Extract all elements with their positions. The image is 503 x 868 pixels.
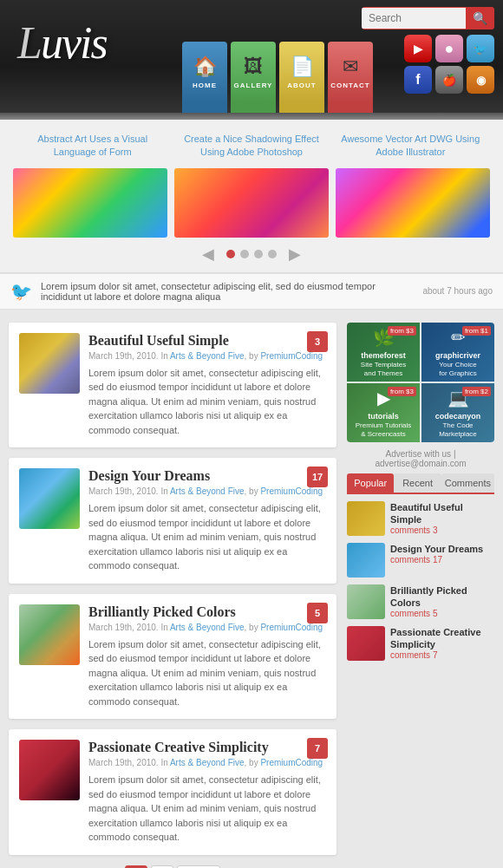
post-author-3[interactable]: PremiumCoding xyxy=(260,623,323,632)
sidebar-post-comments-1: comments 3 xyxy=(390,525,494,535)
slide-title-1[interactable]: Abstract Art Uses a Visual Language of F… xyxy=(19,133,167,160)
sidebar-post-title-3[interactable]: Brilliantly Picked Colors xyxy=(390,584,494,610)
nav-gallery[interactable]: 🖼 GALLERY xyxy=(231,42,276,113)
sidebar-tab-comments[interactable]: Comments xyxy=(441,473,494,493)
post-thumb-3[interactable] xyxy=(19,604,80,665)
post-title-1[interactable]: Beautiful Useful Simple xyxy=(88,333,326,349)
sidebar-post-title-1[interactable]: Beautiful Useful Simple xyxy=(390,501,494,526)
sidebar-post-comments-3: comments 5 xyxy=(390,609,494,618)
ad-codecanyon[interactable]: from $2 💻 codecanyonThe CodeMarketplace xyxy=(421,383,494,442)
sidebar-post-title-4[interactable]: Passionate Creative Simplicity xyxy=(390,626,494,651)
ad-codecanyon-price: from $2 xyxy=(462,387,491,396)
slider-prev-arrow[interactable]: ◀ xyxy=(195,245,221,264)
post-excerpt-1: Lorem ipsum dolor sit amet, consectetur … xyxy=(88,366,326,438)
logo: Luvis xyxy=(17,17,107,69)
nav-home-label: HOME xyxy=(193,82,217,89)
post-author-4[interactable]: PremiumCoding xyxy=(260,758,323,767)
sidebar-post-2: Design Your Dreams comments 17 xyxy=(347,543,494,578)
slider-dot-1[interactable] xyxy=(226,250,235,258)
sidebar: from $3 🌿 themeforestSite Templatesand T… xyxy=(347,323,494,868)
search-button[interactable]: 🔍 xyxy=(466,7,494,29)
gallery-icon: 🖼 xyxy=(244,55,263,78)
sidebar-tab-recent[interactable]: Recent xyxy=(394,473,441,493)
slider-section: Abstract Art Uses a Visual Language of F… xyxy=(0,120,503,273)
post-category-1[interactable]: Arts & Beyond Five xyxy=(170,351,245,361)
sidebar-thumb-3[interactable] xyxy=(347,584,385,619)
nav-about-label: ABOUT xyxy=(287,82,316,89)
post-thumb-2[interactable] xyxy=(19,468,80,529)
post-comments-2[interactable]: 17 xyxy=(307,467,328,487)
nav-home[interactable]: 🏠 HOME xyxy=(182,42,227,113)
header-bottom xyxy=(0,113,503,120)
post-author-1[interactable]: PremiumCoding xyxy=(260,351,323,361)
search-input[interactable] xyxy=(362,8,466,29)
post-content-4: Passionate Creative Simplicity March 19t… xyxy=(88,740,326,845)
social-icons: ▶ ● 🐦 f 🍎 ◉ xyxy=(399,35,494,94)
ad-graphicriver[interactable]: from $1 ✏ graphicriverYour Choicefor Gra… xyxy=(421,323,494,382)
post-title-4[interactable]: Passionate Creative Simplicity xyxy=(88,740,326,755)
flickr-icon[interactable]: ● xyxy=(435,35,463,62)
post-meta-1: March 19th, 2010. In Arts & Beyond Five,… xyxy=(88,351,326,361)
slide-image-1[interactable] xyxy=(13,168,167,238)
sidebar-post-4: Passionate Creative Simplicity comments … xyxy=(347,626,494,661)
post-author-2[interactable]: PremiumCoding xyxy=(260,486,323,496)
post-content-1: Beautiful Useful Simple March 19th, 2010… xyxy=(88,333,326,438)
post-title-2[interactable]: Design Your Dreams xyxy=(88,468,326,484)
twitter-bar-time: about 7 hours ago xyxy=(422,286,493,296)
home-icon: 🏠 xyxy=(193,55,217,78)
slider-dot-4[interactable] xyxy=(268,250,277,258)
slide-title-3[interactable]: Awesome Vector Art DWG Using Adobe Illus… xyxy=(336,133,484,160)
post-thumb-4[interactable] xyxy=(19,740,80,800)
sidebar-post-title-2[interactable]: Design Your Dreams xyxy=(390,543,483,555)
slide-title-2[interactable]: Create a Nice Shadowing Effect Using Ado… xyxy=(178,133,325,160)
apple-icon[interactable]: 🍎 xyxy=(435,66,463,94)
sidebar-post-1: Beautiful Useful Simple comments 3 xyxy=(347,501,494,536)
facebook-icon[interactable]: f xyxy=(404,66,432,94)
post-card-4: Passionate Creative Simplicity March 19t… xyxy=(9,729,336,855)
sidebar-thumb-2[interactable] xyxy=(347,543,385,578)
contact-icon: ✉ xyxy=(343,55,358,78)
ad-themeforest[interactable]: from $3 🌿 themeforestSite Templatesand T… xyxy=(347,323,420,382)
post-title-3[interactable]: Brilliantly Picked Colors xyxy=(88,604,326,620)
post-category-3[interactable]: Arts & Beyond Five xyxy=(170,623,245,632)
post-comments-1[interactable]: 3 xyxy=(307,331,328,352)
sidebar-thumb-4[interactable] xyxy=(347,626,385,661)
slider-nav: ◀ ▶ xyxy=(13,245,490,264)
nav: 🏠 HOME 🖼 GALLERY 📄 ABOUT ✉ CONTACT xyxy=(182,42,373,113)
twitter-social-icon[interactable]: 🐦 xyxy=(467,35,494,62)
rss-icon[interactable]: ◉ xyxy=(467,66,494,94)
twitter-bar-text: Lorem ipsum dolor sit amet, consectetur … xyxy=(41,281,414,302)
nav-about[interactable]: 📄 ABOUT xyxy=(279,42,324,113)
sidebar-post-comments-2: comments 17 xyxy=(390,555,483,565)
post-meta-4: March 19th, 2010. In Arts & Beyond Five,… xyxy=(88,758,326,767)
post-comments-3[interactable]: 5 xyxy=(307,603,328,623)
post-thumb-1[interactable] xyxy=(19,333,80,394)
post-category-2[interactable]: Arts & Beyond Five xyxy=(170,486,245,496)
post-content-3: Brilliantly Picked Colors March 19th, 20… xyxy=(88,604,326,709)
post-category-4[interactable]: Arts & Beyond Five xyxy=(170,758,245,767)
sidebar-ads: from $3 🌿 themeforestSite Templatesand T… xyxy=(347,323,494,442)
slider-dot-2[interactable] xyxy=(240,250,249,258)
slide-image-3[interactable] xyxy=(336,168,490,238)
youtube-icon[interactable]: ▶ xyxy=(404,35,432,62)
ad-tutorials[interactable]: from $3 ▶ tutorialsPremium Tutorials& Sc… xyxy=(347,383,420,442)
sidebar-tabs: Popular Recent Comments xyxy=(347,473,494,494)
post-card-1: Beautiful Useful Simple March 19th, 2010… xyxy=(9,323,336,448)
sidebar-tab-popular[interactable]: Popular xyxy=(347,473,394,493)
nav-gallery-label: GALLERY xyxy=(234,82,273,89)
sidebar-post-comments-4: comments 7 xyxy=(390,650,494,660)
post-content-2: Design Your Dreams March 19th, 2010. In … xyxy=(88,468,326,573)
header: Luvis 🏠 HOME 🖼 GALLERY 📄 ABOUT ✉ xyxy=(0,0,503,113)
ad-tutorials-price: from $3 xyxy=(388,387,416,396)
slider-dot-3[interactable] xyxy=(254,250,263,258)
sidebar-thumb-1[interactable] xyxy=(347,501,385,536)
ad-graphicriver-price: from $1 xyxy=(462,326,491,336)
post-excerpt-3: Lorem ipsum dolor sit amet, consectetur … xyxy=(88,637,326,709)
posts-list: Beautiful Useful Simple March 19th, 2010… xyxy=(9,323,336,868)
slide-image-2[interactable] xyxy=(174,168,329,238)
post-comments-4[interactable]: 7 xyxy=(307,738,328,759)
post-meta-2: March 19th, 2010. In Arts & Beyond Five,… xyxy=(88,486,326,496)
ad-themeforest-price: from $3 xyxy=(388,326,416,336)
slider-next-arrow[interactable]: ▶ xyxy=(282,245,308,264)
main: Beautiful Useful Simple March 19th, 2010… xyxy=(0,310,503,868)
